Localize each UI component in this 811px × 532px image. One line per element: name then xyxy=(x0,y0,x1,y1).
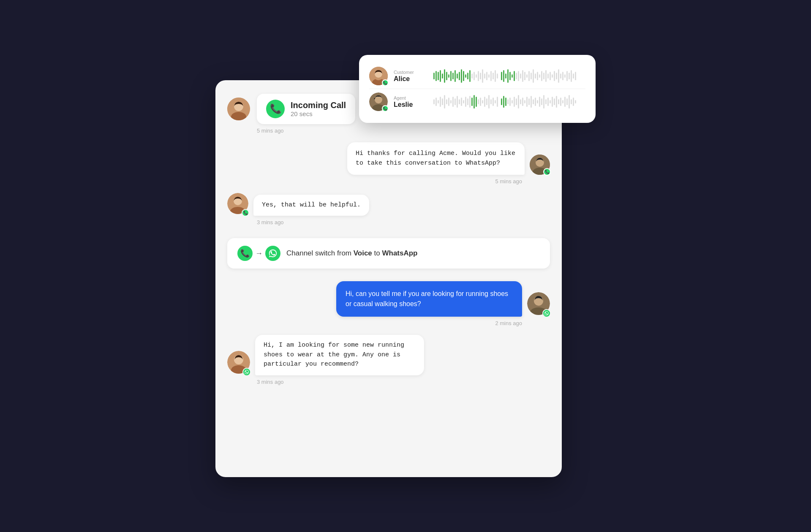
agent-timestamp-2: 2 mins ago xyxy=(227,320,522,326)
svg-rect-89 xyxy=(467,98,468,105)
svg-rect-80 xyxy=(448,98,449,106)
svg-rect-88 xyxy=(465,97,466,107)
svg-rect-42 xyxy=(518,71,519,81)
svg-rect-117 xyxy=(528,98,530,105)
svg-rect-116 xyxy=(526,97,528,107)
svg-rect-28 xyxy=(486,72,487,80)
svg-rect-41 xyxy=(516,73,517,79)
agent-timestamp-1: 5 mins ago xyxy=(227,178,522,185)
svg-rect-76 xyxy=(440,97,441,107)
svg-rect-73 xyxy=(433,99,435,104)
svg-rect-92 xyxy=(474,95,475,109)
svg-rect-14 xyxy=(457,73,458,79)
svg-rect-138 xyxy=(573,98,574,106)
svg-rect-83 xyxy=(454,98,456,105)
svg-rect-97 xyxy=(484,97,485,107)
svg-rect-124 xyxy=(543,95,544,109)
svg-rect-60 xyxy=(556,73,557,79)
svg-rect-18 xyxy=(465,74,466,78)
svg-rect-115 xyxy=(524,100,525,103)
svg-rect-93 xyxy=(476,97,477,107)
svg-rect-48 xyxy=(531,73,532,79)
customer-avatar-wf: 📞 xyxy=(369,67,388,85)
customer-timestamp-1: 3 mins ago xyxy=(257,219,550,225)
customer-bubble-1: Yes, that will be helpful. xyxy=(253,195,369,216)
svg-rect-74 xyxy=(435,98,437,106)
svg-rect-114 xyxy=(522,98,523,106)
svg-rect-24 xyxy=(478,71,479,81)
svg-rect-65 xyxy=(566,71,568,81)
svg-rect-45 xyxy=(524,72,525,80)
svg-rect-4 xyxy=(435,71,437,81)
svg-rect-31 xyxy=(493,73,494,79)
switch-phone-icon: 📞 xyxy=(237,246,253,261)
switch-whatsapp-icon xyxy=(265,246,280,261)
svg-rect-23 xyxy=(476,74,477,78)
agent-avatar-2 xyxy=(527,292,550,317)
call-text: Incoming Call 20 secs xyxy=(291,100,346,117)
svg-rect-33 xyxy=(497,73,498,79)
svg-rect-15 xyxy=(459,72,460,80)
svg-rect-44 xyxy=(522,70,523,82)
agent-message-2: Hi, can you tell me if you are looking f… xyxy=(227,281,550,317)
svg-rect-6 xyxy=(440,70,441,82)
call-title: Incoming Call xyxy=(291,100,346,110)
svg-rect-40 xyxy=(514,71,515,81)
svg-rect-53 xyxy=(541,71,542,81)
svg-rect-129 xyxy=(554,98,555,105)
customer-avatar-1: 📞 xyxy=(227,193,248,216)
svg-rect-96 xyxy=(482,100,483,103)
customer-message-1: 📞 Yes, that will be helpful. xyxy=(227,193,550,216)
svg-rect-35 xyxy=(503,70,504,82)
svg-rect-85 xyxy=(459,99,460,104)
svg-rect-69 xyxy=(575,72,576,80)
svg-rect-86 xyxy=(461,98,462,106)
svg-rect-5 xyxy=(438,72,439,80)
svg-rect-43 xyxy=(520,73,521,79)
svg-rect-39 xyxy=(512,74,513,78)
svg-rect-10 xyxy=(448,74,449,78)
agent-wf-name: Leslie xyxy=(394,101,427,109)
agent-avatar-wf: 📞 xyxy=(369,92,388,111)
svg-rect-128 xyxy=(552,97,553,107)
svg-rect-8 xyxy=(444,69,445,83)
svg-rect-36 xyxy=(505,73,506,79)
customer-message-2: Hi, I am looking for some new running sh… xyxy=(227,335,550,375)
svg-rect-79 xyxy=(446,99,447,104)
svg-rect-103 xyxy=(497,97,498,107)
svg-rect-77 xyxy=(442,98,443,105)
svg-rect-104 xyxy=(501,98,502,105)
switch-to: WhatsApp xyxy=(382,249,417,257)
svg-rect-98 xyxy=(486,98,487,105)
svg-rect-107 xyxy=(507,99,509,104)
svg-rect-56 xyxy=(547,73,549,79)
agent-whatsapp-badge-2 xyxy=(542,309,551,318)
svg-rect-81 xyxy=(450,100,452,103)
svg-rect-22 xyxy=(474,72,475,80)
customer-text-2: Hi, I am looking for some new running sh… xyxy=(264,342,404,368)
phone-symbol: 📞 xyxy=(270,103,281,114)
waveform-customer-row: 📞 Customer Alice xyxy=(369,63,585,89)
svg-rect-63 xyxy=(562,72,563,80)
svg-rect-3 xyxy=(433,73,435,79)
customer-whatsapp-badge-2 xyxy=(242,368,251,376)
switch-icons: 📞 → xyxy=(237,246,280,261)
svg-rect-130 xyxy=(556,96,557,108)
svg-rect-125 xyxy=(545,99,547,104)
agent-message-1: Hi thanks for calling Acme. Would you li… xyxy=(227,142,550,175)
svg-rect-54 xyxy=(543,73,544,79)
customer-wf-info: Customer Alice xyxy=(394,70,427,83)
channel-switch-banner: 📞 → Channel switch from Voice to WhatsAp… xyxy=(227,238,550,269)
customer-wf-name: Alice xyxy=(394,75,427,83)
svg-rect-19 xyxy=(467,73,468,79)
svg-rect-90 xyxy=(469,96,471,108)
svg-rect-120 xyxy=(535,98,536,106)
svg-rect-102 xyxy=(495,100,496,103)
svg-rect-32 xyxy=(495,70,496,82)
agent-avatar-1: 📞 xyxy=(530,155,550,175)
svg-rect-34 xyxy=(501,72,502,80)
svg-rect-12 xyxy=(452,73,454,79)
svg-rect-11 xyxy=(450,71,452,81)
svg-rect-50 xyxy=(535,73,536,79)
svg-rect-91 xyxy=(471,98,473,106)
